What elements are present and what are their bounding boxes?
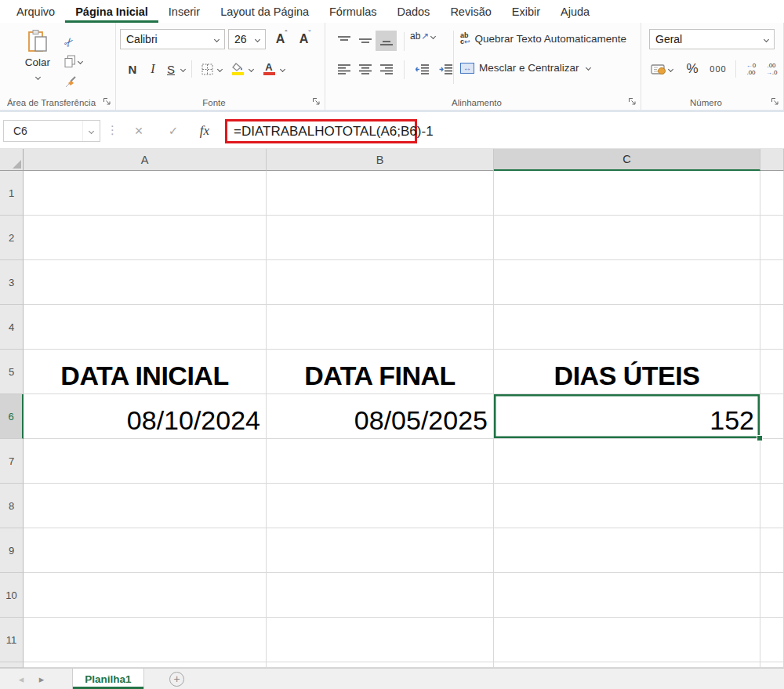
cell-B9[interactable]: [267, 528, 494, 573]
cell-A2[interactable]: [24, 216, 267, 260]
tab-arquivo[interactable]: Arquivo: [6, 0, 65, 23]
cell-C3[interactable]: [494, 260, 760, 305]
cell-B10[interactable]: [267, 573, 494, 618]
decrease-indent-button[interactable]: [410, 59, 434, 79]
row-header-7[interactable]: 7: [0, 439, 24, 484]
font-dialog-launcher-icon[interactable]: [312, 97, 321, 106]
row-header-4[interactable]: 4: [0, 305, 24, 350]
cell-partial-9[interactable]: [760, 528, 784, 573]
fill-color-dropdown-icon[interactable]: [249, 66, 254, 71]
orientation-button[interactable]: ab ↗: [410, 31, 435, 42]
cell-A4[interactable]: [24, 305, 267, 350]
sheet-tab-planilha1[interactable]: Planilha1: [72, 669, 144, 689]
row-header-5[interactable]: 5: [0, 350, 24, 394]
row-header-6[interactable]: 6: [0, 394, 24, 439]
cell-B1[interactable]: [267, 171, 494, 216]
sheet-prev-icon[interactable]: ◂: [11, 673, 31, 685]
decrease-decimal-button[interactable]: .00→.0: [761, 59, 782, 79]
select-all-button[interactable]: [0, 149, 24, 171]
cell-A5[interactable]: DATA INICIAL: [24, 350, 267, 394]
enter-button[interactable]: ✓: [162, 120, 185, 142]
cell-partial-11[interactable]: [760, 618, 784, 662]
column-header-partial[interactable]: [760, 149, 784, 171]
cell-B5[interactable]: DATA FINAL: [267, 350, 494, 394]
cell-A7[interactable]: [24, 439, 267, 484]
cell-C10[interactable]: [494, 573, 760, 618]
bold-button[interactable]: N: [122, 59, 143, 79]
column-header-B[interactable]: B: [267, 149, 494, 171]
row-header-11[interactable]: 11: [0, 618, 24, 662]
cell-partial-5[interactable]: [760, 350, 784, 394]
column-header-A[interactable]: A: [24, 149, 267, 171]
borders-button[interactable]: [198, 59, 216, 79]
cell-partial-7[interactable]: [760, 439, 784, 484]
tab-inserir[interactable]: Inserir: [158, 0, 210, 23]
cell-C5[interactable]: DIAS ÚTEIS: [494, 350, 760, 394]
tab-ajuda[interactable]: Ajuda: [550, 0, 600, 23]
cell-C8[interactable]: [494, 484, 760, 528]
cell-C2[interactable]: [494, 216, 760, 260]
tab-exibir[interactable]: Exibir: [502, 0, 550, 23]
cell-A6[interactable]: 08/10/2024: [24, 394, 267, 439]
cell-C1[interactable]: [494, 171, 760, 216]
borders-dropdown-icon[interactable]: [217, 66, 223, 71]
tab-página-inicial[interactable]: Página Inicial: [65, 0, 158, 23]
cell-partial-8[interactable]: [760, 484, 784, 528]
column-header-C[interactable]: C: [494, 149, 760, 171]
tab-fórmulas[interactable]: Fórmulas: [319, 0, 387, 23]
font-color-button[interactable]: A: [260, 59, 278, 79]
cell-C9[interactable]: [494, 528, 760, 573]
font-name-combo[interactable]: Calibri: [120, 29, 225, 49]
number-dialog-launcher-icon[interactable]: [771, 97, 779, 106]
percent-style-button[interactable]: %: [679, 59, 706, 79]
italic-button[interactable]: I: [143, 59, 163, 79]
number-format-combo[interactable]: Geral: [649, 29, 775, 49]
tab-revisão[interactable]: Revisão: [440, 0, 501, 23]
paste-dropdown-icon[interactable]: [34, 74, 40, 80]
cell-C11[interactable]: [494, 618, 760, 662]
paste-button[interactable]: Colar: [17, 29, 58, 82]
decrease-font-button[interactable]: Aˇ: [293, 29, 317, 49]
formula-bar-splitter[interactable]: ⋮: [107, 123, 118, 137]
add-sheet-button[interactable]: +: [169, 672, 184, 687]
formula-input[interactable]: =DIATRABALHOTOTAL(A6;B6)-1: [227, 124, 434, 140]
name-box-dropdown-icon[interactable]: [82, 121, 100, 141]
cancel-button[interactable]: ×: [127, 120, 151, 142]
cell-A1[interactable]: [24, 171, 267, 216]
cell-A3[interactable]: [24, 260, 267, 305]
alignment-dialog-launcher-icon[interactable]: [628, 97, 637, 106]
font-color-dropdown-icon[interactable]: [280, 66, 285, 71]
cell-B4[interactable]: [267, 305, 494, 350]
cell-partial-6[interactable]: [760, 394, 784, 439]
row-header-3[interactable]: 3: [0, 260, 24, 305]
cell-partial-4[interactable]: [760, 305, 784, 350]
underline-dropdown-icon[interactable]: [180, 66, 186, 71]
cell-A9[interactable]: [24, 528, 267, 573]
wrap-text-button[interactable]: abc↩ Quebrar Texto Automaticamente: [460, 32, 626, 45]
fill-color-button[interactable]: [228, 59, 247, 79]
accounting-format-button[interactable]: [651, 59, 673, 79]
cell-A8[interactable]: [24, 484, 267, 528]
cell-B7[interactable]: [267, 439, 494, 484]
font-size-combo[interactable]: 26: [228, 29, 266, 49]
increase-font-button[interactable]: Aˆ: [270, 29, 293, 49]
copy-button[interactable]: [64, 52, 100, 71]
cell-partial-3[interactable]: [760, 260, 784, 305]
tab-dados[interactable]: Dados: [387, 0, 440, 23]
cell-B6[interactable]: 08/05/2025: [267, 394, 494, 439]
merge-center-button[interactable]: ↔ Mesclar e Centralizar: [460, 62, 590, 74]
cell-C6[interactable]: 152: [494, 394, 760, 439]
cell-partial-2[interactable]: [760, 216, 784, 260]
cell-A11[interactable]: [24, 618, 267, 662]
fill-handle[interactable]: [757, 435, 763, 441]
comma-style-button[interactable]: 000: [706, 59, 731, 79]
cell-partial-1[interactable]: [760, 171, 784, 216]
cell-partial-10[interactable]: [760, 573, 784, 618]
align-right-button[interactable]: [376, 59, 397, 79]
align-middle-button[interactable]: [354, 31, 376, 51]
increase-decimal-button[interactable]: ←0.00: [741, 59, 761, 79]
name-box[interactable]: C6: [3, 120, 100, 142]
cell-B11[interactable]: [267, 618, 494, 662]
cell-B2[interactable]: [267, 216, 494, 260]
sheet-next-icon[interactable]: ▸: [31, 673, 52, 685]
